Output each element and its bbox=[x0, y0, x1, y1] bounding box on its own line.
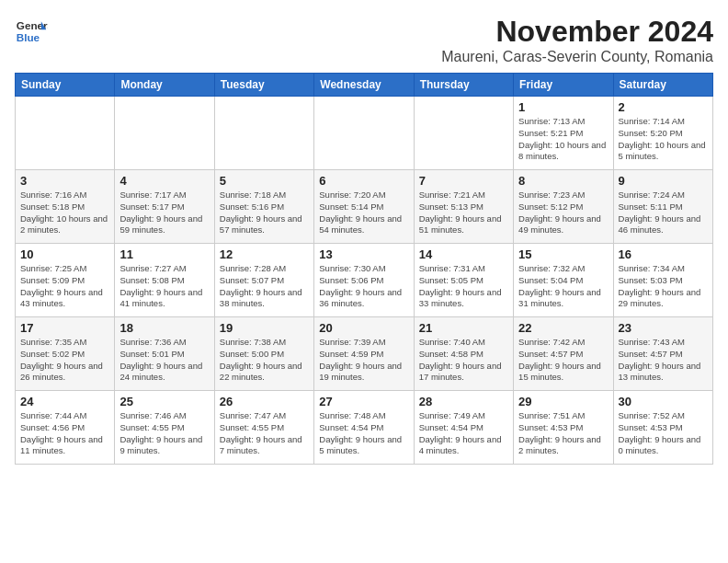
day-number: 27 bbox=[319, 395, 408, 408]
day-number: 1 bbox=[518, 100, 608, 114]
calendar-cell: 9Sunrise: 7:24 AM Sunset: 5:11 PM Daylig… bbox=[613, 170, 712, 244]
calendar-cell bbox=[115, 97, 214, 170]
calendar-cell: 16Sunrise: 7:34 AM Sunset: 5:03 PM Dayli… bbox=[613, 244, 712, 317]
day-number: 9 bbox=[619, 174, 708, 188]
day-number: 18 bbox=[119, 321, 209, 335]
day-info: Sunrise: 7:38 AM Sunset: 5:00 PM Dayligh… bbox=[220, 337, 309, 384]
calendar-cell: 7Sunrise: 7:21 AM Sunset: 5:13 PM Daylig… bbox=[414, 170, 513, 244]
calendar-cell: 15Sunrise: 7:32 AM Sunset: 5:04 PM Dayli… bbox=[514, 244, 613, 317]
calendar-cell: 27Sunrise: 7:48 AM Sunset: 4:54 PM Dayli… bbox=[314, 391, 414, 465]
day-number: 16 bbox=[619, 247, 708, 261]
calendar-week-row: 1Sunrise: 7:13 AM Sunset: 5:21 PM Daylig… bbox=[16, 97, 713, 170]
day-number: 12 bbox=[220, 247, 309, 261]
weekday-header-friday: Friday bbox=[514, 74, 613, 97]
day-number: 17 bbox=[20, 321, 109, 335]
day-info: Sunrise: 7:25 AM Sunset: 5:09 PM Dayligh… bbox=[20, 263, 109, 310]
day-info: Sunrise: 7:46 AM Sunset: 4:55 PM Dayligh… bbox=[119, 410, 209, 457]
calendar-cell: 23Sunrise: 7:43 AM Sunset: 4:57 PM Dayli… bbox=[613, 317, 712, 391]
calendar-cell: 1Sunrise: 7:13 AM Sunset: 5:21 PM Daylig… bbox=[514, 97, 613, 170]
day-number: 7 bbox=[419, 174, 508, 188]
calendar-cell: 8Sunrise: 7:23 AM Sunset: 5:12 PM Daylig… bbox=[514, 170, 613, 244]
calendar-cell: 20Sunrise: 7:39 AM Sunset: 4:59 PM Dayli… bbox=[314, 317, 414, 391]
calendar-cell: 2Sunrise: 7:14 AM Sunset: 5:20 PM Daylig… bbox=[613, 97, 712, 170]
day-info: Sunrise: 7:49 AM Sunset: 4:54 PM Dayligh… bbox=[419, 410, 508, 457]
day-number: 21 bbox=[419, 321, 508, 335]
day-info: Sunrise: 7:43 AM Sunset: 4:57 PM Dayligh… bbox=[619, 337, 708, 384]
day-info: Sunrise: 7:16 AM Sunset: 5:18 PM Dayligh… bbox=[20, 190, 109, 236]
day-number: 26 bbox=[220, 395, 309, 408]
calendar-cell: 14Sunrise: 7:31 AM Sunset: 5:05 PM Dayli… bbox=[414, 244, 513, 317]
calendar-cell: 22Sunrise: 7:42 AM Sunset: 4:57 PM Dayli… bbox=[514, 317, 613, 391]
day-number: 4 bbox=[119, 174, 209, 188]
calendar-week-row: 10Sunrise: 7:25 AM Sunset: 5:09 PM Dayli… bbox=[16, 244, 713, 317]
day-info: Sunrise: 7:30 AM Sunset: 5:06 PM Dayligh… bbox=[319, 263, 408, 310]
header: General Blue November 2024 Maureni, Cara… bbox=[15, 15, 713, 65]
calendar-cell: 10Sunrise: 7:25 AM Sunset: 5:09 PM Dayli… bbox=[16, 244, 115, 317]
day-number: 28 bbox=[419, 395, 508, 408]
day-info: Sunrise: 7:14 AM Sunset: 5:20 PM Dayligh… bbox=[619, 116, 708, 163]
calendar-cell: 26Sunrise: 7:47 AM Sunset: 4:55 PM Dayli… bbox=[214, 391, 313, 465]
calendar-cell bbox=[214, 97, 313, 170]
calendar-cell: 13Sunrise: 7:30 AM Sunset: 5:06 PM Dayli… bbox=[314, 244, 414, 317]
day-info: Sunrise: 7:40 AM Sunset: 4:58 PM Dayligh… bbox=[419, 337, 508, 384]
logo: General Blue bbox=[15, 15, 48, 48]
day-info: Sunrise: 7:39 AM Sunset: 4:59 PM Dayligh… bbox=[319, 337, 408, 384]
day-number: 2 bbox=[619, 100, 708, 114]
day-number: 10 bbox=[20, 247, 109, 261]
day-info: Sunrise: 7:34 AM Sunset: 5:03 PM Dayligh… bbox=[619, 263, 708, 310]
weekday-header-tuesday: Tuesday bbox=[214, 74, 313, 97]
day-number: 5 bbox=[220, 174, 309, 188]
day-number: 19 bbox=[220, 321, 309, 335]
location-subtitle: Maureni, Caras-Severin County, Romania bbox=[441, 49, 713, 65]
day-number: 14 bbox=[419, 247, 508, 261]
day-info: Sunrise: 7:47 AM Sunset: 4:55 PM Dayligh… bbox=[220, 410, 309, 457]
calendar-cell: 12Sunrise: 7:28 AM Sunset: 5:07 PM Dayli… bbox=[214, 244, 313, 317]
day-number: 29 bbox=[518, 395, 608, 408]
day-info: Sunrise: 7:48 AM Sunset: 4:54 PM Dayligh… bbox=[319, 410, 408, 457]
day-number: 8 bbox=[518, 174, 608, 188]
day-info: Sunrise: 7:13 AM Sunset: 5:21 PM Dayligh… bbox=[518, 116, 608, 163]
month-year-title: November 2024 bbox=[441, 15, 713, 49]
calendar-cell: 17Sunrise: 7:35 AM Sunset: 5:02 PM Dayli… bbox=[16, 317, 115, 391]
day-info: Sunrise: 7:31 AM Sunset: 5:05 PM Dayligh… bbox=[419, 263, 508, 310]
day-number: 25 bbox=[119, 395, 209, 408]
day-number: 6 bbox=[319, 174, 408, 188]
day-info: Sunrise: 7:23 AM Sunset: 5:12 PM Dayligh… bbox=[518, 190, 608, 236]
calendar-table: SundayMondayTuesdayWednesdayThursdayFrid… bbox=[15, 73, 713, 465]
day-info: Sunrise: 7:51 AM Sunset: 4:53 PM Dayligh… bbox=[518, 410, 608, 457]
day-info: Sunrise: 7:32 AM Sunset: 5:04 PM Dayligh… bbox=[518, 263, 608, 310]
svg-text:Blue: Blue bbox=[17, 31, 40, 43]
day-number: 11 bbox=[119, 247, 209, 261]
day-info: Sunrise: 7:21 AM Sunset: 5:13 PM Dayligh… bbox=[419, 190, 508, 236]
day-info: Sunrise: 7:42 AM Sunset: 4:57 PM Dayligh… bbox=[518, 337, 608, 384]
calendar-week-row: 17Sunrise: 7:35 AM Sunset: 5:02 PM Dayli… bbox=[16, 317, 713, 391]
day-info: Sunrise: 7:20 AM Sunset: 5:14 PM Dayligh… bbox=[319, 190, 408, 236]
calendar-cell: 21Sunrise: 7:40 AM Sunset: 4:58 PM Dayli… bbox=[414, 317, 513, 391]
day-number: 30 bbox=[619, 395, 708, 408]
calendar-cell bbox=[414, 97, 513, 170]
weekday-header-monday: Monday bbox=[115, 74, 214, 97]
day-info: Sunrise: 7:28 AM Sunset: 5:07 PM Dayligh… bbox=[220, 263, 309, 310]
calendar-cell: 28Sunrise: 7:49 AM Sunset: 4:54 PM Dayli… bbox=[414, 391, 513, 465]
weekday-header-wednesday: Wednesday bbox=[314, 74, 414, 97]
page-container: General Blue November 2024 Maureni, Cara… bbox=[15, 15, 713, 465]
calendar-cell: 4Sunrise: 7:17 AM Sunset: 5:17 PM Daylig… bbox=[115, 170, 214, 244]
weekday-header-sunday: Sunday bbox=[16, 74, 115, 97]
calendar-cell: 25Sunrise: 7:46 AM Sunset: 4:55 PM Dayli… bbox=[115, 391, 214, 465]
calendar-cell bbox=[16, 97, 115, 170]
calendar-cell: 6Sunrise: 7:20 AM Sunset: 5:14 PM Daylig… bbox=[314, 170, 414, 244]
calendar-cell: 29Sunrise: 7:51 AM Sunset: 4:53 PM Dayli… bbox=[514, 391, 613, 465]
weekday-header-saturday: Saturday bbox=[613, 74, 712, 97]
weekday-header-thursday: Thursday bbox=[414, 74, 513, 97]
weekday-header-row: SundayMondayTuesdayWednesdayThursdayFrid… bbox=[16, 74, 713, 97]
title-section: November 2024 Maureni, Caras-Severin Cou… bbox=[441, 15, 713, 65]
day-info: Sunrise: 7:36 AM Sunset: 5:01 PM Dayligh… bbox=[119, 337, 209, 384]
calendar-cell: 18Sunrise: 7:36 AM Sunset: 5:01 PM Dayli… bbox=[115, 317, 214, 391]
day-info: Sunrise: 7:17 AM Sunset: 5:17 PM Dayligh… bbox=[119, 190, 209, 236]
calendar-cell bbox=[314, 97, 414, 170]
calendar-week-row: 24Sunrise: 7:44 AM Sunset: 4:56 PM Dayli… bbox=[16, 391, 713, 465]
day-info: Sunrise: 7:44 AM Sunset: 4:56 PM Dayligh… bbox=[20, 410, 109, 457]
calendar-cell: 24Sunrise: 7:44 AM Sunset: 4:56 PM Dayli… bbox=[16, 391, 115, 465]
day-number: 20 bbox=[319, 321, 408, 335]
calendar-cell: 11Sunrise: 7:27 AM Sunset: 5:08 PM Dayli… bbox=[115, 244, 214, 317]
